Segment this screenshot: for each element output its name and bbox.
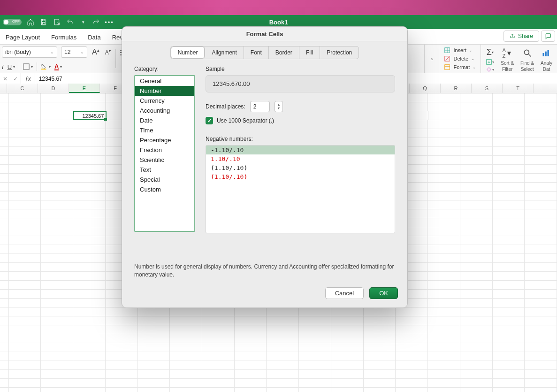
cell[interactable]: [73, 200, 106, 209]
category-item[interactable]: General: [135, 76, 194, 86]
cell[interactable]: [460, 370, 493, 379]
cell[interactable]: [41, 361, 73, 370]
cell[interactable]: [428, 254, 460, 263]
cell[interactable]: [525, 263, 557, 272]
cell[interactable]: [235, 352, 267, 361]
cell[interactable]: [364, 370, 396, 379]
cell[interactable]: [396, 388, 428, 392]
cell[interactable]: [202, 352, 235, 361]
cell[interactable]: [493, 361, 525, 370]
cell[interactable]: [364, 343, 396, 352]
cell[interactable]: [331, 379, 364, 388]
cell[interactable]: [331, 307, 364, 316]
cell[interactable]: [460, 209, 493, 218]
cell[interactable]: [493, 227, 525, 236]
cell[interactable]: [428, 352, 460, 361]
cell[interactable]: [41, 263, 73, 272]
cell[interactable]: [396, 352, 428, 361]
find-select-button[interactable]: Find & Select: [520, 46, 534, 73]
cell[interactable]: [493, 102, 525, 111]
cell[interactable]: [267, 388, 299, 392]
cell[interactable]: [73, 254, 106, 263]
cell[interactable]: [396, 334, 428, 343]
cell[interactable]: [460, 307, 493, 316]
cell[interactable]: [9, 218, 41, 227]
cell[interactable]: [493, 245, 525, 254]
cell[interactable]: [493, 138, 525, 147]
cell[interactable]: [428, 307, 460, 316]
save-icon[interactable]: [39, 18, 48, 26]
cell[interactable]: [41, 388, 73, 392]
font-family-combo[interactable]: ibri (Body)⌄: [2, 46, 57, 58]
cell[interactable]: [525, 343, 557, 352]
cell[interactable]: [267, 352, 299, 361]
cell[interactable]: [525, 102, 557, 111]
cell[interactable]: [41, 307, 73, 316]
cell[interactable]: [428, 129, 460, 138]
cell[interactable]: [460, 156, 493, 165]
cell[interactable]: [396, 316, 428, 325]
cell[interactable]: [525, 192, 557, 200]
cell[interactable]: [235, 334, 267, 343]
negative-format-item[interactable]: -1.10/.10: [206, 146, 395, 154]
cell[interactable]: [396, 343, 428, 352]
cell[interactable]: [73, 236, 106, 245]
cell[interactable]: [525, 93, 557, 102]
cell[interactable]: [525, 299, 557, 307]
cell[interactable]: [460, 352, 493, 361]
cell[interactable]: [493, 299, 525, 307]
cell[interactable]: [299, 334, 331, 343]
cell[interactable]: [138, 307, 170, 316]
cell[interactable]: [9, 156, 41, 165]
cell[interactable]: [73, 174, 106, 183]
delete-cells-button[interactable]: Delete⌄: [444, 55, 476, 62]
cell[interactable]: [428, 138, 460, 147]
cell[interactable]: [9, 316, 41, 325]
cell[interactable]: [428, 334, 460, 343]
cell[interactable]: [525, 129, 557, 138]
cell[interactable]: [138, 352, 170, 361]
cell[interactable]: [9, 111, 41, 120]
cell[interactable]: [138, 334, 170, 343]
cell[interactable]: [41, 290, 73, 299]
cell[interactable]: [41, 352, 73, 361]
cell[interactable]: [428, 120, 460, 129]
cell[interactable]: [41, 147, 73, 156]
negative-format-item[interactable]: 1.10/.10: [206, 154, 395, 163]
cell[interactable]: [73, 316, 106, 325]
cell[interactable]: [106, 343, 138, 352]
cell[interactable]: [170, 388, 202, 392]
cell[interactable]: [493, 254, 525, 263]
cell[interactable]: [428, 192, 460, 200]
formula-cancel-icon[interactable]: ✕: [0, 76, 10, 82]
formula-accept-icon[interactable]: ✓: [10, 76, 21, 82]
cell[interactable]: [428, 102, 460, 111]
cell[interactable]: [428, 209, 460, 218]
cell[interactable]: [525, 254, 557, 263]
cell[interactable]: [460, 236, 493, 245]
cell[interactable]: [428, 93, 460, 102]
sort-filter-button[interactable]: AZ▼ Sort & Filter: [501, 46, 514, 73]
decimal-stepper[interactable]: ▴▾: [275, 101, 283, 112]
cell[interactable]: [493, 156, 525, 165]
underline-icon[interactable]: U▾: [8, 63, 15, 70]
cell[interactable]: [460, 325, 493, 334]
cell[interactable]: [299, 316, 331, 325]
cell[interactable]: [460, 361, 493, 370]
dialog-tab-number[interactable]: Number: [171, 47, 205, 58]
negative-format-item[interactable]: (1.10/.10): [206, 172, 395, 181]
cell[interactable]: [73, 156, 106, 165]
cell[interactable]: [41, 120, 73, 129]
cell[interactable]: [428, 299, 460, 307]
cell[interactable]: [73, 218, 106, 227]
cell[interactable]: [73, 147, 106, 156]
cell[interactable]: [493, 379, 525, 388]
cell[interactable]: [41, 334, 73, 343]
cell[interactable]: [525, 272, 557, 281]
cell[interactable]: [106, 379, 138, 388]
format-cells-button[interactable]: Format⌄: [444, 64, 476, 70]
cell[interactable]: [460, 120, 493, 129]
border-icon[interactable]: ▾: [23, 63, 33, 70]
cell[interactable]: [9, 272, 41, 281]
cell[interactable]: [73, 290, 106, 299]
